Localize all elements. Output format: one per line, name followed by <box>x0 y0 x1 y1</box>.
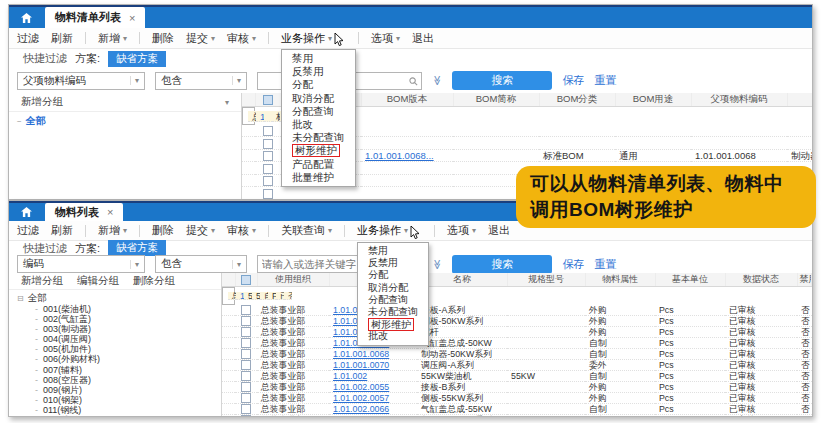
column-header[interactable]: 使用组织 <box>257 273 329 287</box>
search-button[interactable]: 搜索 <box>452 255 552 274</box>
tree-item[interactable]: -004(调压阀) <box>17 334 221 344</box>
row-select-cell[interactable] <box>235 393 257 404</box>
cell-link[interactable]: 1.01.002.0066 <box>333 404 389 414</box>
row-select-cell[interactable] <box>255 174 281 186</box>
row-select-cell[interactable] <box>235 327 257 338</box>
field-select[interactable]: 父项物料编码▾ <box>17 72 145 90</box>
table-row[interactable]: 总装事业部1.01.001.0070调压阀-A系列委外Pcs已审核否 <box>222 360 812 371</box>
menu-item[interactable]: 批量维护 <box>282 171 355 184</box>
row-select-cell[interactable] <box>235 305 257 316</box>
menu-item[interactable]: 反禁用 <box>282 65 355 78</box>
tree-item[interactable]: -010(钢架) <box>17 395 221 405</box>
toolbar-item-submit[interactable]: 提交▾ <box>186 31 215 46</box>
row-checkbox[interactable] <box>241 305 251 315</box>
table-row[interactable]: 总装事业部1.01.002.0055接板-B系列外购Pcs已审核否 <box>222 382 812 393</box>
menu-item[interactable]: 分配查询 <box>358 294 428 306</box>
menu-item[interactable]: 批改 <box>358 330 428 342</box>
row-checkbox[interactable] <box>241 349 251 359</box>
toolbar-item-business-ops[interactable]: 业务操作▾ <box>357 223 422 239</box>
scheme-badge[interactable]: 缺省方案 <box>108 51 166 67</box>
row-checkbox[interactable] <box>241 327 251 337</box>
row-checkbox[interactable] <box>263 176 273 186</box>
toolbar-item-delete[interactable]: 删除 <box>152 31 174 46</box>
row-checkbox[interactable] <box>263 164 273 174</box>
cell-link[interactable]: 1.01.001.0070 <box>333 360 389 370</box>
column-header[interactable]: 父项物料编码 <box>691 93 787 107</box>
row-checkbox[interactable] <box>263 189 273 199</box>
column-header[interactable]: 禁用状态 <box>797 273 812 287</box>
tree-item-all[interactable]: ⊟全部 <box>17 292 221 304</box>
row-checkbox[interactable] <box>241 360 251 370</box>
toolbar-item-filter[interactable]: 过滤 <box>17 31 39 46</box>
cell-link[interactable]: 1.01.002.0055 <box>333 382 389 392</box>
menu-item[interactable]: 批改 <box>282 118 355 131</box>
menu-item[interactable]: 分配查询 <box>282 105 355 118</box>
tree-item[interactable]: -007(辅料) <box>17 365 221 375</box>
table-row[interactable]: 总装事业部1.01.001.0066气缸盖总成-50KW自制Pcs已审核否 <box>222 338 812 349</box>
tree-item[interactable]: -011(钢线) <box>17 405 221 415</box>
scheme-badge[interactable]: 缺省方案 <box>108 240 166 256</box>
column-header[interactable]: BOM简称 <box>453 93 539 107</box>
row-select-cell[interactable] <box>235 382 257 393</box>
select-all-checkbox[interactable] <box>241 275 251 285</box>
tab-material-list[interactable]: 物料列表× <box>45 203 123 221</box>
menu-item[interactable]: 分配 <box>282 78 355 91</box>
tree-item[interactable]: -006(外购材料) <box>17 354 221 364</box>
column-header[interactable]: 物料名称 <box>787 93 812 107</box>
row-select-cell[interactable] <box>255 187 281 199</box>
menu-item[interactable]: 未分配查询 <box>358 306 428 318</box>
tab-bom-list[interactable]: 物料清单列表× <box>45 7 145 28</box>
row-select-cell[interactable] <box>235 404 257 415</box>
toolbar-item-business-ops[interactable]: 业务操作▾ <box>281 30 346 46</box>
cell-link[interactable]: 1.01.002.0068 <box>333 415 389 416</box>
toolbar-item-exit[interactable]: 退出 <box>488 223 510 238</box>
row-select-cell[interactable] <box>235 338 257 349</box>
row-checkbox[interactable] <box>241 338 251 348</box>
expand-filters-icon[interactable]: ≫ <box>432 259 443 269</box>
row-select-cell[interactable] <box>235 316 257 327</box>
operator-select[interactable]: 包含▾ <box>155 72 247 90</box>
cell-link[interactable]: 1.01.001.0068... <box>365 150 434 161</box>
menu-item[interactable]: 取消分配 <box>282 92 355 105</box>
column-header[interactable]: BOM用途 <box>615 93 691 107</box>
select-all-checkbox[interactable] <box>263 95 273 105</box>
menu-item[interactable]: 产品配置 <box>282 158 355 171</box>
reset-link[interactable]: 重置 <box>594 257 616 272</box>
search-button[interactable]: 搜索 <box>452 71 552 90</box>
column-header[interactable]: 名称 <box>417 273 507 287</box>
row-select-cell[interactable] <box>235 371 257 382</box>
edit-group-button[interactable]: 编辑分组 <box>77 274 119 288</box>
toolbar-item-add[interactable]: 新增▾ <box>98 31 127 46</box>
cell-link[interactable]: 1.01.002.0057 <box>333 393 389 403</box>
toolbar-item-options[interactable]: 选项▾ <box>371 31 400 46</box>
toolbar-item-refresh[interactable]: 刷新 <box>51 31 73 46</box>
toolbar-item-options[interactable]: 选项▾ <box>447 223 476 238</box>
row-select-cell[interactable] <box>255 137 281 149</box>
table-row[interactable]: 总装事业部1.01.002.0066气缸盖总成-55KW自制Pcs已审核否 <box>222 404 812 415</box>
toolbar-item-audit[interactable]: 审核▾ <box>227 31 256 46</box>
tree-item[interactable]: -002(气缸盖) <box>17 314 221 324</box>
cell-link[interactable]: 1.01.001.0068 <box>333 349 389 359</box>
toolbar-item-refresh[interactable]: 刷新 <box>51 223 73 238</box>
tree-item[interactable]: -009(钢片) <box>17 385 221 395</box>
tree-item-all[interactable]: −全部 <box>17 114 241 128</box>
column-header[interactable]: 物料属性 <box>585 273 655 287</box>
row-checkbox[interactable] <box>241 404 251 414</box>
row-select-cell[interactable] <box>255 125 281 137</box>
home-tab[interactable] <box>9 7 43 28</box>
row-select-cell[interactable] <box>235 415 257 417</box>
tree-item[interactable]: -008(空压器) <box>17 375 221 385</box>
row-checkbox[interactable] <box>241 393 251 403</box>
menu-item[interactable]: 禁用 <box>282 52 355 65</box>
table-row[interactable]: 总装事业部1.01.002.0057侧板-55KW系列外购Pcs已审核否 <box>222 393 812 404</box>
toolbar-item-audit[interactable]: 审核▾ <box>227 223 256 238</box>
select-all-header[interactable] <box>255 93 281 107</box>
row-select-cell[interactable] <box>235 349 257 360</box>
menu-item[interactable]: 取消分配 <box>358 282 428 294</box>
table-row[interactable]: 总装事业部1.01.001.0059螺杆外购Pcs已审核否 <box>222 327 812 338</box>
row-select-cell[interactable] <box>255 162 281 174</box>
tree-item[interactable]: -003(制动器) <box>17 324 221 334</box>
row-select-cell[interactable] <box>235 360 257 371</box>
row-checkbox[interactable] <box>241 371 251 381</box>
row-checkbox[interactable] <box>263 151 273 161</box>
